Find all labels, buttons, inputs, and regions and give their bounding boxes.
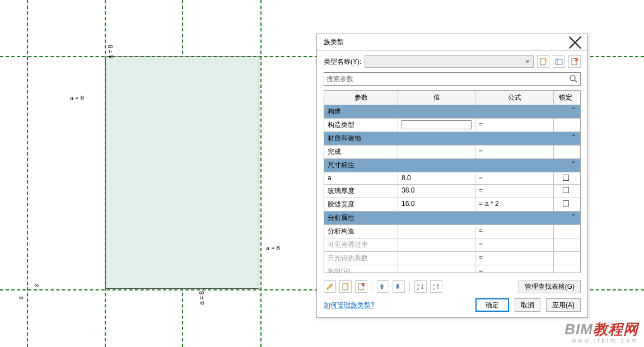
- param-value[interactable]: [398, 238, 475, 251]
- table-row[interactable]: 完成: [324, 146, 580, 159]
- parameter-grid: 参数 值 公式 锁定 构造˄构造类型材质和装饰˄完成尺寸标注˄a8.0玻璃厚度3…: [324, 90, 581, 273]
- param-name: a: [324, 172, 398, 184]
- watermark: BIM教程网 www.ifbim.com: [564, 321, 638, 344]
- dialog-titlebar[interactable]: 族类型: [317, 34, 587, 51]
- dim-label: ∞: [19, 294, 24, 301]
- param-lock[interactable]: [554, 225, 577, 238]
- dialog-footer: 如何管理族类型? 确定 取消 应用(A): [324, 298, 581, 312]
- ok-button[interactable]: 确定: [475, 298, 509, 312]
- param-lock[interactable]: [554, 238, 577, 251]
- param-formula[interactable]: [475, 185, 554, 198]
- move-down-icon[interactable]: [393, 280, 405, 293]
- help-link[interactable]: 如何管理族类型?: [324, 301, 375, 310]
- search-input[interactable]: [326, 75, 569, 83]
- table-row[interactable]: 日光得热系数: [324, 252, 580, 265]
- table-row[interactable]: 可见光透过率: [324, 238, 580, 252]
- svg-rect-1: [556, 59, 562, 64]
- col-lock[interactable]: 锁定: [554, 91, 577, 105]
- table-row[interactable]: 玻璃厚度38.0: [324, 185, 580, 198]
- param-formula[interactable]: a * 2: [475, 198, 554, 211]
- svg-point-4: [570, 76, 575, 81]
- param-formula[interactable]: [475, 265, 554, 273]
- param-formula[interactable]: [475, 172, 554, 184]
- table-row[interactable]: 分析构造: [324, 225, 580, 238]
- param-value[interactable]: [398, 119, 475, 132]
- type-name-select[interactable]: [365, 55, 534, 68]
- move-up-icon[interactable]: [377, 280, 389, 293]
- lock-checkbox[interactable]: [563, 187, 569, 193]
- manage-lookup-button[interactable]: 管理查找表格(G): [519, 280, 581, 293]
- col-value[interactable]: 值: [398, 91, 475, 105]
- param-toolbar: AZ AZ 管理查找表格(G): [324, 278, 581, 293]
- grid-section[interactable]: 尺寸标注˄: [324, 159, 580, 172]
- param-formula[interactable]: [475, 146, 554, 158]
- ref-line-v: [260, 0, 262, 347]
- param-value[interactable]: [398, 225, 475, 238]
- param-name: 构造类型: [324, 119, 398, 132]
- param-lock[interactable]: [554, 198, 577, 211]
- new-param-icon[interactable]: [339, 280, 352, 293]
- col-formula[interactable]: 公式: [475, 91, 554, 105]
- new-type-icon[interactable]: [537, 55, 549, 68]
- param-value[interactable]: 8.0: [398, 172, 475, 184]
- param-lock[interactable]: [554, 252, 577, 265]
- col-param[interactable]: 参数: [324, 91, 398, 105]
- table-row[interactable]: 胶缝宽度16.0a * 2: [324, 198, 580, 212]
- value-input[interactable]: [402, 120, 472, 129]
- sort-desc-icon[interactable]: AZ: [430, 280, 442, 293]
- param-value[interactable]: [398, 252, 475, 265]
- svg-text:A: A: [433, 283, 435, 287]
- param-formula[interactable]: [475, 225, 554, 238]
- param-lock[interactable]: [554, 265, 577, 273]
- param-formula[interactable]: [475, 119, 554, 132]
- rename-type-icon[interactable]: [553, 55, 565, 68]
- param-formula[interactable]: [475, 252, 554, 265]
- search-box[interactable]: [324, 72, 581, 86]
- param-value[interactable]: 16.0: [398, 198, 475, 211]
- edit-param-icon[interactable]: [324, 280, 336, 293]
- svg-line-5: [575, 80, 577, 82]
- param-name: 分析构造: [324, 225, 398, 238]
- delete-type-icon[interactable]: [568, 55, 581, 68]
- lock-checkbox[interactable]: [563, 200, 569, 207]
- table-row[interactable]: a8.0: [324, 172, 580, 185]
- search-icon[interactable]: [569, 74, 578, 83]
- grid-section[interactable]: 分析属性˄: [324, 212, 580, 225]
- dim-label: a = 8: [107, 45, 114, 59]
- apply-button[interactable]: 应用(A): [546, 298, 581, 312]
- table-row[interactable]: 构造类型: [324, 119, 580, 132]
- delete-param-icon[interactable]: [355, 280, 367, 293]
- svg-rect-0: [540, 59, 545, 65]
- param-formula[interactable]: [475, 238, 554, 251]
- dim-label: a = 8: [266, 245, 280, 251]
- dim-label: a = 8: [70, 95, 84, 101]
- svg-text:A: A: [417, 283, 419, 287]
- table-row[interactable]: 热阻(R): [324, 265, 580, 273]
- sort-asc-icon[interactable]: AZ: [414, 280, 427, 293]
- family-types-dialog: 族类型 类型名称(Y):: [316, 34, 588, 318]
- param-lock[interactable]: [554, 172, 577, 184]
- grid-body[interactable]: 构造˄构造类型材质和装饰˄完成尺寸标注˄a8.0玻璃厚度38.0胶缝宽度16.0…: [324, 105, 580, 273]
- param-name: 热阻(R): [324, 265, 398, 273]
- type-name-label: 类型名称(Y):: [324, 57, 361, 67]
- close-icon[interactable]: [567, 36, 583, 49]
- svg-point-7: [347, 283, 349, 285]
- param-value[interactable]: [398, 265, 475, 273]
- param-name: 胶缝宽度: [324, 198, 398, 211]
- param-name: 玻璃厚度: [324, 185, 398, 198]
- grid-section[interactable]: 材质和装饰˄: [324, 132, 580, 146]
- param-name: 完成: [324, 146, 398, 158]
- param-value[interactable]: 38.0: [398, 185, 475, 198]
- dim-label: a = 8: [198, 291, 205, 305]
- cancel-button[interactable]: 取消: [515, 298, 540, 312]
- param-name: 日光得热系数: [324, 252, 398, 265]
- panel-shape[interactable]: [105, 57, 259, 289]
- param-value[interactable]: [398, 146, 475, 158]
- param-lock[interactable]: [554, 146, 577, 158]
- grid-section[interactable]: 构造˄: [324, 105, 580, 119]
- param-name: 可见光透过率: [324, 238, 398, 251]
- param-lock[interactable]: [554, 185, 577, 198]
- param-lock[interactable]: [554, 119, 577, 132]
- lock-checkbox[interactable]: [563, 175, 569, 181]
- ref-line-v: [27, 0, 28, 347]
